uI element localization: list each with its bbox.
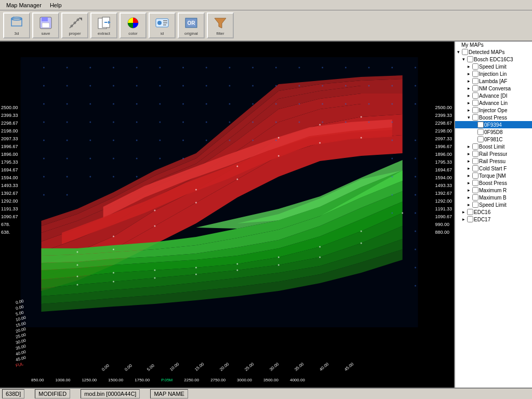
tree-checkbox-boost-press2[interactable] [472,180,478,186]
tree-checkbox-rail-pressu2[interactable] [472,158,478,164]
tree-checkbox-cold-start-f[interactable] [472,165,478,171]
tree-checkbox-advance-lin[interactable] [472,100,478,106]
tree-checkbox-maximum-b[interactable] [472,194,478,201]
tree-checkbox-detected-maps[interactable] [462,49,468,55]
tree-checkbox-speed-limit[interactable] [472,63,478,70]
svg-point-170 [391,140,393,141]
chart-area[interactable]: grid [0,42,454,388]
toolbar-proper-button[interactable]: proper [61,12,88,38]
tree-item-my-maps[interactable]: My MAPs [455,42,532,48]
tree-item-0f95d8[interactable]: 0F95D8 [455,128,532,136]
tree-item-edc16[interactable]: ▸EDC16 [455,208,532,216]
tree-item-torque-nm[interactable]: ▸Torque [NM [455,172,532,179]
svg-point-90 [322,67,323,69]
right-panel: My MAPs▾Detected MAPs▾Bosch EDC16C3▸Spee… [454,42,532,388]
tree-item-rail-pressu2[interactable]: ▸Rail Pressu [455,157,532,165]
tree-item-injector-ope[interactable]: ▸Injector Ope [455,107,532,114]
svg-point-56 [195,189,197,191]
tree-expander-injection-lin[interactable]: ▸ [466,71,472,77]
tree-item-boost-press2[interactable]: ▸Boost Press [455,179,532,187]
tree-item-speed-limit[interactable]: ▸Speed Limit [455,63,532,70]
tree-expander-advance-di[interactable]: ▸ [466,92,472,99]
tree-expander-advance-lin[interactable]: ▸ [466,100,472,106]
tree-item-cold-start-f[interactable]: ▸Cold Start F [455,165,532,172]
tree-checkbox-edc17[interactable] [467,216,473,222]
tree-expander-edc17[interactable]: ▸ [460,216,467,222]
tree-expander-maximum-r[interactable]: ▸ [466,187,472,193]
toolbar-filter-label: filter [216,31,224,36]
tree-item-detected-maps[interactable]: ▾Detected MAPs [455,48,532,56]
tree-item-nm-conversa[interactable]: ▸NM Conversa [455,85,532,92]
tree-checkbox-0f9394[interactable] [477,122,484,128]
color-icon [126,16,140,30]
tree-expander-boost-press-parent[interactable]: ▾ [466,114,472,121]
tree-expander-boost-limit[interactable]: ▸ [466,143,472,150]
svg-point-142 [345,122,347,123]
svg-point-163 [43,176,45,178]
tree-item-0f9394[interactable]: 0F9394 [455,121,532,128]
tree-checkbox-boost-press-parent[interactable] [472,114,478,121]
tree-expander-maximum-b[interactable]: ▸ [466,194,472,201]
menu-help[interactable]: Help [46,1,66,9]
tree-item-maximum-b[interactable]: ▸Maximum B [455,194,532,201]
svg-point-183 [415,285,416,287]
statusbar: 638D] MODIFIED mod.bin [0000A44C] MAP NA… [0,388,532,399]
tree-expander-speed-limit[interactable]: ▸ [466,63,472,70]
tree-item-advance-di[interactable]: ▸Advance [DI [455,92,532,99]
svg-point-156 [43,158,45,159]
tree-checkbox-torque-nm[interactable] [472,172,478,179]
tree-checkbox-maximum-r[interactable] [472,187,478,193]
tree-item-speed-limit2[interactable]: ▸Speed Limit [455,201,532,208]
toolbar-filter-button[interactable]: filter [207,12,234,38]
tree-item-0f981c[interactable]: 0F981C [455,136,532,143]
tree-expander-boost-press2[interactable]: ▸ [466,180,472,186]
svg-point-141 [322,122,323,123]
tree-expander-rail-pressu2[interactable]: ▸ [466,158,472,164]
tree-checkbox-injection-lin[interactable] [472,71,478,77]
toolbar-color-button[interactable]: color [119,12,147,38]
svg-point-18 [157,21,162,25]
tree-checkbox-boost-limit[interactable] [472,143,478,150]
tree-item-bosch-edc16c3[interactable]: ▾Bosch EDC16C3 [455,56,532,63]
svg-point-106 [299,85,300,87]
tree-checkbox-edc16[interactable] [467,209,473,215]
svg-point-174 [391,176,393,178]
tree-expander-lambda[interactable]: ▸ [466,78,472,84]
tree-expander-injector-ope[interactable]: ▸ [466,107,472,113]
tree-checkbox-advance-di[interactable] [472,92,478,99]
svg-point-60 [361,116,362,118]
tree-label-boost-limit: Boost Limit [479,144,504,150]
tree-expander-torque-nm[interactable]: ▸ [466,172,472,179]
tree-item-boost-limit[interactable]: ▸Boost Limit [455,143,532,150]
tree-expander-rail-pressu1[interactable]: ▸ [466,151,472,157]
toolbar-extract-button[interactable]: extract [90,12,117,38]
menu-map-manager[interactable]: Map Manager [2,1,46,9]
tree-item-rail-pressu1[interactable]: ▸Rail Pressur [455,150,532,157]
tree-item-advance-lin[interactable]: ▸Advance Lin [455,99,532,107]
tree-item-lambda[interactable]: ▸Lambda [AF [455,77,532,85]
toolbar-original-button[interactable]: OR original [178,12,205,38]
tree-checkbox-nm-conversa[interactable] [472,85,478,91]
toolbar-save-button[interactable]: save [32,12,59,38]
tree-expander-detected-maps[interactable]: ▾ [455,49,461,55]
tree-item-injection-lin[interactable]: ▸Injection Lin [455,70,532,77]
tree-item-boost-press-parent[interactable]: ▾Boost Press [455,114,532,121]
tree-checkbox-0f981c[interactable] [477,136,484,142]
svg-point-107 [322,85,323,87]
tree-expander-edc16[interactable]: ▸ [460,209,467,215]
filter-icon [213,16,228,30]
tree-item-maximum-r[interactable]: ▸Maximum R [455,187,532,194]
tree-expander-bosch-edc16c3[interactable]: ▾ [460,56,467,62]
toolbar-3d-button[interactable]: 3d [3,12,30,38]
tree-item-edc17[interactable]: ▸EDC17 [455,216,532,223]
tree-checkbox-rail-pressu1[interactable] [472,151,478,157]
tree-checkbox-lambda[interactable] [472,78,478,84]
tree-checkbox-injector-ope[interactable] [472,107,478,113]
tree-checkbox-0f95d8[interactable] [477,129,484,135]
tree-checkbox-bosch-edc16c3[interactable] [467,56,473,62]
tree-expander-speed-limit2[interactable]: ▸ [466,202,472,208]
tree-expander-nm-conversa[interactable]: ▸ [466,85,472,91]
tree-expander-cold-start-f[interactable]: ▸ [466,165,472,171]
tree-checkbox-speed-limit2[interactable] [472,202,478,208]
toolbar-id-button[interactable]: id [149,12,176,38]
